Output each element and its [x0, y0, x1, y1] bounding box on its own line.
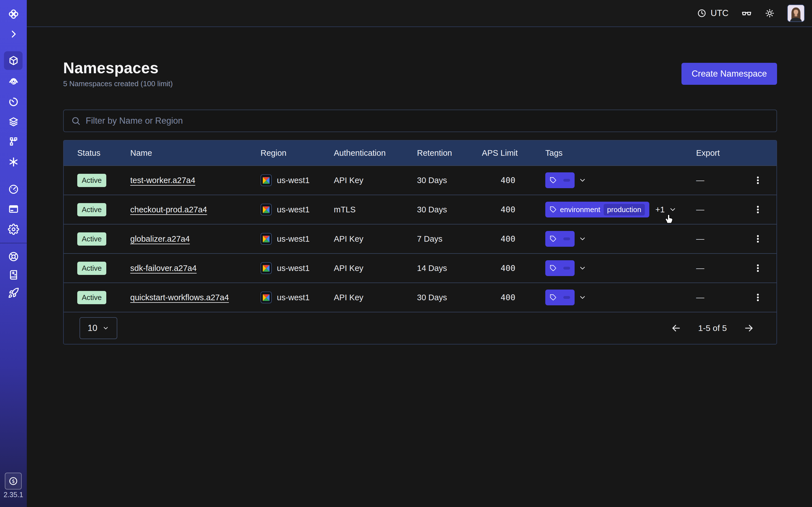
main-content: Namespaces 5 Namespaces created (100 lim… — [27, 27, 812, 507]
reader-glasses-icon[interactable] — [741, 8, 752, 19]
tags-expand-chevron-icon[interactable] — [578, 264, 587, 272]
tags-expand-chevron-icon[interactable] — [578, 293, 587, 301]
region-label: us-west1 — [277, 293, 310, 302]
gcp-cloud-icon — [260, 262, 272, 274]
sidebar-item-support-lifebuoy-icon[interactable] — [0, 251, 27, 262]
namespace-link[interactable]: sdk-failover.a27a4 — [130, 264, 197, 273]
sidebar-divider — [0, 243, 27, 243]
sidebar-item-settings-gear-icon[interactable] — [0, 224, 27, 235]
tag-pill[interactable] — [545, 290, 574, 305]
namespace-link[interactable]: globalizer.a27a4 — [130, 234, 190, 244]
timezone-selector[interactable]: UTC — [697, 8, 728, 18]
page-subtitle: 5 Namespaces created (100 limit) — [63, 79, 173, 88]
row-actions-kebab-icon[interactable] — [751, 203, 764, 216]
chevron-down-icon — [102, 325, 109, 332]
plan-seal-dollar-icon[interactable]: $ — [5, 473, 22, 490]
sidebar-item-spiral-icon[interactable] — [0, 75, 27, 87]
sidebar-item-namespaces cube-icon[interactable] — [0, 55, 27, 66]
tag-value — [563, 267, 570, 270]
namespace-link[interactable]: checkout-prod.a27a4 — [130, 205, 207, 214]
aps-limit-value: 400 — [501, 293, 515, 302]
column-header: Status — [64, 140, 117, 165]
theme-toggle-sun-icon[interactable] — [765, 8, 775, 18]
sidebar-item-usage-gauge-icon[interactable] — [0, 183, 27, 194]
temporal-logo-icon — [0, 8, 27, 20]
table-row[interactable]: Active globalizer.a27a4 us-west1 API Key… — [64, 224, 776, 253]
tags-expand-chevron-icon[interactable] — [578, 176, 587, 184]
tags-more-count[interactable]: +1 — [656, 205, 665, 214]
tag-value — [563, 296, 570, 299]
region-label: us-west1 — [277, 205, 310, 214]
tag-icon — [550, 177, 557, 184]
tags-expand-chevron-icon[interactable] — [578, 235, 587, 243]
column-header: APS Limit — [468, 140, 532, 165]
aps-limit-value: 400 — [501, 205, 515, 214]
column-header: Export — [682, 140, 739, 165]
row-actions-kebab-icon[interactable] — [751, 262, 764, 275]
retention-value: 30 Days — [417, 293, 447, 302]
table-row[interactable]: Active quickstart-workflows.a27a4 us-wes… — [64, 283, 776, 312]
row-actions-kebab-icon[interactable] — [751, 291, 764, 304]
column-header: Name — [117, 140, 247, 165]
tag-pill[interactable] — [545, 231, 574, 247]
gcp-cloud-icon — [260, 204, 272, 216]
page-title: Namespaces — [63, 59, 173, 76]
region-label: us-west1 — [277, 176, 310, 185]
retention-value: 30 Days — [417, 205, 447, 214]
tag-pill[interactable] — [545, 172, 574, 188]
status-badge: Active — [77, 232, 106, 245]
clock-icon — [697, 8, 707, 18]
status-badge: Active — [77, 203, 106, 216]
sidebar-item-timer-icon[interactable] — [0, 96, 27, 107]
create-namespace-button[interactable]: Create Namespace — [681, 63, 777, 85]
gcp-cloud-icon — [260, 174, 272, 186]
namespace-link[interactable]: test-worker.a27a4 — [130, 176, 195, 185]
tag-icon — [550, 294, 557, 301]
tag-icon — [550, 265, 557, 272]
tag-value — [563, 179, 570, 182]
retention-value: 30 Days — [417, 176, 447, 185]
sidebar-item-branch-icon[interactable] — [0, 136, 27, 147]
export-value: — — [696, 176, 704, 185]
aps-limit-value: 400 — [501, 234, 515, 244]
tag-key: environment — [560, 205, 600, 214]
export-value: — — [696, 205, 704, 214]
status-badge: Active — [77, 174, 106, 187]
user-avatar[interactable] — [787, 4, 805, 22]
row-actions-kebab-icon[interactable] — [751, 174, 764, 187]
tag-pill[interactable] — [545, 260, 574, 276]
row-actions-kebab-icon[interactable] — [751, 232, 764, 245]
sidebar-item-getting-started-rocket-icon[interactable] — [0, 287, 27, 298]
auth-method: API Key — [334, 293, 363, 302]
next-page-arrow-icon[interactable] — [743, 323, 755, 334]
table-row[interactable]: Active test-worker.a27a4 us-west1 API Ke… — [64, 165, 776, 194]
table-body: Active test-worker.a27a4 us-west1 API Ke… — [64, 165, 776, 312]
column-header: Retention — [403, 140, 468, 165]
search-icon — [71, 116, 81, 126]
status-badge: Active — [77, 291, 106, 304]
column-header: Tags — [532, 140, 682, 165]
sidebar-item-docs-book-icon[interactable] — [0, 269, 27, 280]
sidebar-expand-chevron-icon[interactable] — [0, 29, 27, 39]
previous-page-arrow-icon[interactable] — [670, 323, 682, 334]
timezone-label: UTC — [711, 8, 728, 18]
tags-expand-chevron-icon[interactable] — [669, 206, 677, 214]
retention-value: 14 Days — [417, 264, 447, 273]
region-label: us-west1 — [277, 234, 310, 244]
page-size-select[interactable]: 10 — [80, 317, 117, 339]
filter-input[interactable] — [86, 116, 769, 126]
table-row[interactable]: Active checkout-prod.a27a4 us-west1 mTLS… — [64, 194, 776, 224]
tag-pill[interactable]: environment production — [545, 202, 649, 217]
status-badge: Active — [77, 262, 106, 275]
app-version: 2.35.1 — [0, 491, 27, 499]
table-row[interactable]: Active sdk-failover.a27a4 us-west1 API K… — [64, 253, 776, 283]
column-header: Authentication — [320, 140, 403, 165]
sidebar: $ 2.35.1 — [0, 0, 27, 507]
pagination-range: 1-5 of 5 — [698, 323, 727, 333]
sidebar-item-nexus-asterisk-icon[interactable] — [0, 156, 27, 168]
sidebar-item-billing-card-icon[interactable] — [0, 203, 27, 215]
svg-text:$: $ — [12, 478, 15, 484]
namespace-link[interactable]: quickstart-workflows.a27a4 — [130, 293, 229, 302]
sidebar-item-layers-icon[interactable] — [0, 116, 27, 127]
column-header: Region — [247, 140, 320, 165]
